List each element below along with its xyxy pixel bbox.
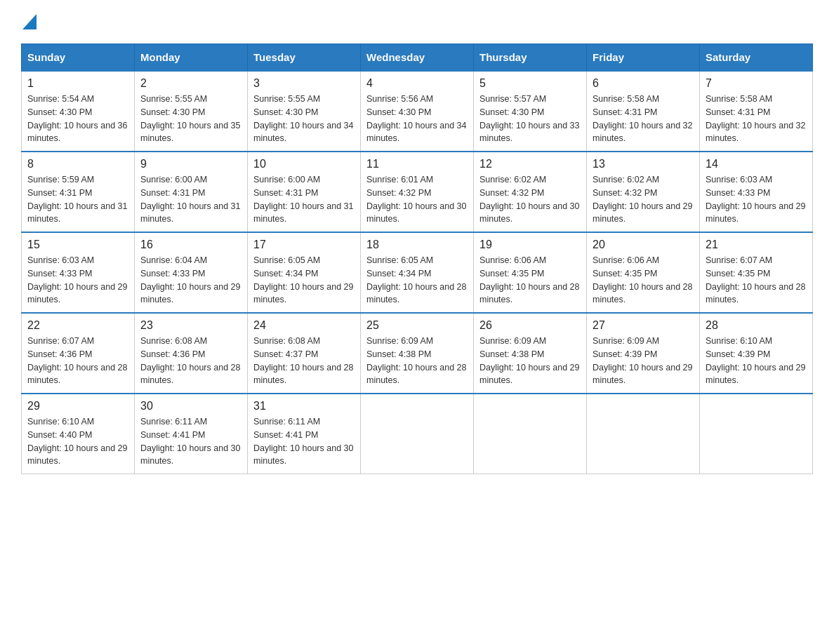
logo-triangle-icon [22,14,37,29]
calendar-week-row: 8 Sunrise: 5:59 AM Sunset: 4:31 PM Dayli… [22,152,813,232]
calendar-cell: 18 Sunrise: 6:05 AM Sunset: 4:34 PM Dayl… [361,232,474,313]
day-info: Sunrise: 5:54 AM Sunset: 4:30 PM Dayligh… [27,93,128,145]
day-number: 22 [27,319,128,332]
day-number: 5 [479,77,581,90]
calendar-cell: 3 Sunrise: 5:55 AM Sunset: 4:30 PM Dayli… [248,71,361,152]
day-number: 6 [593,77,694,90]
day-info: Sunrise: 6:03 AM Sunset: 4:33 PM Dayligh… [706,173,807,226]
calendar-cell: 5 Sunrise: 5:57 AM Sunset: 4:30 PM Dayli… [474,71,587,152]
day-number: 20 [593,239,694,251]
day-number: 12 [479,158,581,170]
day-number: 24 [253,319,355,332]
calendar-cell: 7 Sunrise: 5:58 AM Sunset: 4:31 PM Dayli… [700,71,813,152]
day-number: 21 [706,239,807,251]
day-info: Sunrise: 6:05 AM Sunset: 4:34 PM Dayligh… [366,254,468,307]
calendar-cell: 24 Sunrise: 6:08 AM Sunset: 4:37 PM Dayl… [248,313,361,394]
day-info: Sunrise: 6:06 AM Sunset: 4:35 PM Dayligh… [593,254,694,307]
calendar-cell: 2 Sunrise: 5:55 AM Sunset: 4:30 PM Dayli… [135,71,248,152]
day-info: Sunrise: 5:58 AM Sunset: 4:31 PM Dayligh… [593,93,694,145]
day-number: 11 [366,158,468,170]
day-number: 29 [27,400,128,412]
day-number: 25 [366,319,468,332]
calendar-cell: 19 Sunrise: 6:06 AM Sunset: 4:35 PM Dayl… [474,232,587,313]
calendar-cell: 8 Sunrise: 5:59 AM Sunset: 4:31 PM Dayli… [22,152,135,232]
day-number: 28 [706,319,807,332]
day-number: 7 [706,77,807,90]
day-info: Sunrise: 6:07 AM Sunset: 4:35 PM Dayligh… [706,254,807,307]
day-info: Sunrise: 5:56 AM Sunset: 4:30 PM Dayligh… [366,93,468,145]
day-info: Sunrise: 6:00 AM Sunset: 4:31 PM Dayligh… [253,173,355,226]
day-number: 9 [140,158,241,170]
day-info: Sunrise: 5:58 AM Sunset: 4:31 PM Dayligh… [706,93,807,145]
day-info: Sunrise: 6:11 AM Sunset: 4:41 PM Dayligh… [140,415,241,468]
day-number: 16 [140,239,241,251]
day-info: Sunrise: 5:55 AM Sunset: 4:30 PM Dayligh… [253,93,355,145]
calendar-cell [700,394,813,474]
calendar-cell: 28 Sunrise: 6:10 AM Sunset: 4:39 PM Dayl… [700,313,813,394]
day-number: 1 [27,77,128,90]
calendar-cell: 23 Sunrise: 6:08 AM Sunset: 4:36 PM Dayl… [135,313,248,394]
calendar-cell: 20 Sunrise: 6:06 AM Sunset: 4:35 PM Dayl… [587,232,700,313]
calendar-cell: 16 Sunrise: 6:04 AM Sunset: 4:33 PM Dayl… [135,232,248,313]
calendar-cell: 25 Sunrise: 6:09 AM Sunset: 4:38 PM Dayl… [361,313,474,394]
day-info: Sunrise: 6:07 AM Sunset: 4:36 PM Dayligh… [27,335,128,387]
day-info: Sunrise: 6:10 AM Sunset: 4:39 PM Dayligh… [706,335,807,387]
day-info: Sunrise: 5:57 AM Sunset: 4:30 PM Dayligh… [479,93,581,145]
day-info: Sunrise: 6:08 AM Sunset: 4:37 PM Dayligh… [253,335,355,387]
calendar-week-row: 22 Sunrise: 6:07 AM Sunset: 4:36 PM Dayl… [22,313,813,394]
calendar-cell: 14 Sunrise: 6:03 AM Sunset: 4:33 PM Dayl… [700,152,813,232]
day-info: Sunrise: 6:09 AM Sunset: 4:39 PM Dayligh… [593,335,694,387]
day-number: 13 [593,158,694,170]
day-info: Sunrise: 6:09 AM Sunset: 4:38 PM Dayligh… [366,335,468,387]
day-info: Sunrise: 5:59 AM Sunset: 4:31 PM Dayligh… [27,173,128,226]
day-info: Sunrise: 6:03 AM Sunset: 4:33 PM Dayligh… [27,254,128,307]
svg-marker-0 [22,14,37,29]
day-number: 17 [253,239,355,251]
day-info: Sunrise: 6:11 AM Sunset: 4:41 PM Dayligh… [253,415,355,468]
day-number: 27 [593,319,694,332]
calendar-cell: 22 Sunrise: 6:07 AM Sunset: 4:36 PM Dayl… [22,313,135,394]
day-info: Sunrise: 6:02 AM Sunset: 4:32 PM Dayligh… [479,173,581,226]
calendar-cell [587,394,700,474]
calendar-cell: 9 Sunrise: 6:00 AM Sunset: 4:31 PM Dayli… [135,152,248,232]
calendar-week-row: 29 Sunrise: 6:10 AM Sunset: 4:40 PM Dayl… [22,394,813,474]
day-number: 15 [27,239,128,251]
day-number: 4 [366,77,468,90]
calendar-cell: 15 Sunrise: 6:03 AM Sunset: 4:33 PM Dayl… [22,232,135,313]
day-of-week-header: Thursday [474,44,587,72]
day-number: 23 [140,319,241,332]
calendar-cell: 12 Sunrise: 6:02 AM Sunset: 4:32 PM Dayl… [474,152,587,232]
day-number: 3 [253,77,355,90]
calendar-cell: 1 Sunrise: 5:54 AM Sunset: 4:30 PM Dayli… [22,71,135,152]
day-info: Sunrise: 6:01 AM Sunset: 4:32 PM Dayligh… [366,173,468,226]
calendar-header-row: SundayMondayTuesdayWednesdayThursdayFrid… [22,44,813,72]
calendar-cell: 26 Sunrise: 6:09 AM Sunset: 4:38 PM Dayl… [474,313,587,394]
calendar-cell: 6 Sunrise: 5:58 AM Sunset: 4:31 PM Dayli… [587,71,700,152]
day-info: Sunrise: 6:06 AM Sunset: 4:35 PM Dayligh… [479,254,581,307]
day-number: 8 [27,158,128,170]
day-info: Sunrise: 6:10 AM Sunset: 4:40 PM Dayligh… [27,415,128,468]
calendar-week-row: 15 Sunrise: 6:03 AM Sunset: 4:33 PM Dayl… [22,232,813,313]
calendar-table: SundayMondayTuesdayWednesdayThursdayFrid… [21,43,813,474]
day-of-week-header: Friday [587,44,700,72]
day-info: Sunrise: 6:08 AM Sunset: 4:36 PM Dayligh… [140,335,241,387]
day-number: 2 [140,77,241,90]
calendar-cell [361,394,474,474]
day-info: Sunrise: 6:02 AM Sunset: 4:32 PM Dayligh… [593,173,694,226]
calendar-cell: 31 Sunrise: 6:11 AM Sunset: 4:41 PM Dayl… [248,394,361,474]
day-of-week-header: Wednesday [361,44,474,72]
calendar-week-row: 1 Sunrise: 5:54 AM Sunset: 4:30 PM Dayli… [22,71,813,152]
page-header [21,14,813,29]
calendar-cell: 29 Sunrise: 6:10 AM Sunset: 4:40 PM Dayl… [22,394,135,474]
calendar-cell [474,394,587,474]
day-info: Sunrise: 6:05 AM Sunset: 4:34 PM Dayligh… [253,254,355,307]
day-info: Sunrise: 6:04 AM Sunset: 4:33 PM Dayligh… [140,254,241,307]
day-number: 30 [140,400,241,412]
day-number: 26 [479,319,581,332]
calendar-cell: 17 Sunrise: 6:05 AM Sunset: 4:34 PM Dayl… [248,232,361,313]
calendar-cell: 21 Sunrise: 6:07 AM Sunset: 4:35 PM Dayl… [700,232,813,313]
day-number: 31 [253,400,355,412]
day-info: Sunrise: 5:55 AM Sunset: 4:30 PM Dayligh… [140,93,241,145]
day-of-week-header: Monday [135,44,248,72]
calendar-cell: 10 Sunrise: 6:00 AM Sunset: 4:31 PM Dayl… [248,152,361,232]
